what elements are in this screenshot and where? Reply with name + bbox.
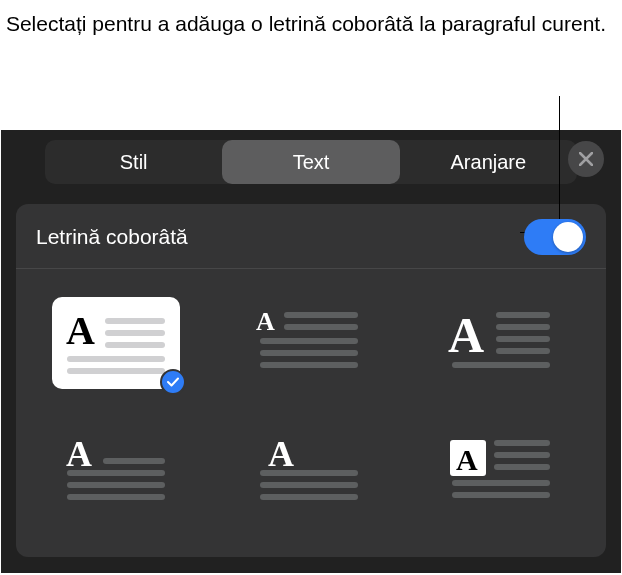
dropcap-glyph-1: A bbox=[63, 308, 169, 378]
svg-rect-33 bbox=[452, 492, 550, 498]
dropcap-options-grid: A A bbox=[16, 269, 606, 527]
svg-rect-3 bbox=[105, 342, 165, 348]
svg-rect-19 bbox=[103, 458, 165, 464]
svg-rect-2 bbox=[105, 330, 165, 336]
svg-rect-1 bbox=[105, 318, 165, 324]
dropcap-option-5[interactable]: A bbox=[245, 425, 373, 517]
dropcap-glyph-4: A bbox=[63, 436, 169, 506]
svg-rect-7 bbox=[284, 312, 358, 318]
svg-rect-24 bbox=[260, 470, 358, 476]
dropcap-option-1[interactable]: A bbox=[52, 297, 180, 389]
dropcap-glyph-2: A bbox=[256, 308, 362, 378]
svg-rect-16 bbox=[496, 348, 550, 354]
svg-rect-10 bbox=[260, 350, 358, 356]
svg-rect-21 bbox=[67, 482, 165, 488]
svg-text:A: A bbox=[268, 436, 294, 474]
svg-rect-5 bbox=[67, 368, 165, 374]
svg-rect-26 bbox=[260, 494, 358, 500]
tab-arrange[interactable]: Aranjare bbox=[400, 140, 577, 184]
tab-segment: Stil Text Aranjare bbox=[45, 140, 577, 184]
selection-check-badge bbox=[160, 369, 186, 395]
dropcap-glyph-5: A bbox=[256, 436, 362, 506]
dropcap-option-4[interactable]: A bbox=[52, 425, 180, 517]
svg-rect-9 bbox=[260, 338, 358, 344]
svg-rect-25 bbox=[260, 482, 358, 488]
svg-rect-30 bbox=[494, 452, 550, 458]
svg-text:A: A bbox=[256, 308, 275, 336]
svg-rect-20 bbox=[67, 470, 165, 476]
callout-text: Selectați pentru a adăuga o letrină cobo… bbox=[6, 10, 606, 38]
svg-text:A: A bbox=[448, 308, 484, 363]
format-panel: Stil Text Aranjare Letrină coborâtă A bbox=[1, 130, 621, 573]
svg-rect-4 bbox=[67, 356, 165, 362]
dropcap-option-3[interactable]: A bbox=[437, 297, 565, 389]
close-button[interactable] bbox=[568, 141, 604, 177]
svg-rect-32 bbox=[452, 480, 550, 486]
svg-rect-14 bbox=[496, 324, 550, 330]
dropcap-option-2[interactable]: A bbox=[245, 297, 373, 389]
tab-text[interactable]: Text bbox=[222, 140, 399, 184]
svg-rect-29 bbox=[494, 440, 550, 446]
close-icon bbox=[579, 152, 593, 166]
section-title: Letrină coborâtă bbox=[36, 225, 188, 249]
tab-style[interactable]: Stil bbox=[45, 140, 222, 184]
dropcap-toggle[interactable] bbox=[524, 219, 586, 255]
svg-rect-17 bbox=[452, 362, 550, 368]
svg-text:A: A bbox=[456, 443, 478, 476]
svg-text:A: A bbox=[66, 436, 92, 474]
svg-rect-13 bbox=[496, 312, 550, 318]
dropcap-glyph-3: A bbox=[448, 308, 554, 378]
svg-rect-11 bbox=[260, 362, 358, 368]
svg-rect-22 bbox=[67, 494, 165, 500]
dropcap-option-6[interactable]: A bbox=[437, 425, 565, 517]
callout-leader-line bbox=[559, 96, 560, 232]
tab-bar: Stil Text Aranjare bbox=[1, 130, 621, 184]
dropcap-glyph-6: A bbox=[448, 436, 554, 506]
section-header: Letrină coborâtă bbox=[16, 204, 606, 269]
svg-rect-15 bbox=[496, 336, 550, 342]
dropcap-section: Letrină coborâtă A bbox=[16, 204, 606, 557]
svg-text:A: A bbox=[66, 308, 95, 353]
check-icon bbox=[167, 377, 179, 387]
svg-rect-8 bbox=[284, 324, 358, 330]
callout-annotation: Selectați pentru a adăuga o letrină cobo… bbox=[0, 0, 622, 130]
svg-rect-31 bbox=[494, 464, 550, 470]
